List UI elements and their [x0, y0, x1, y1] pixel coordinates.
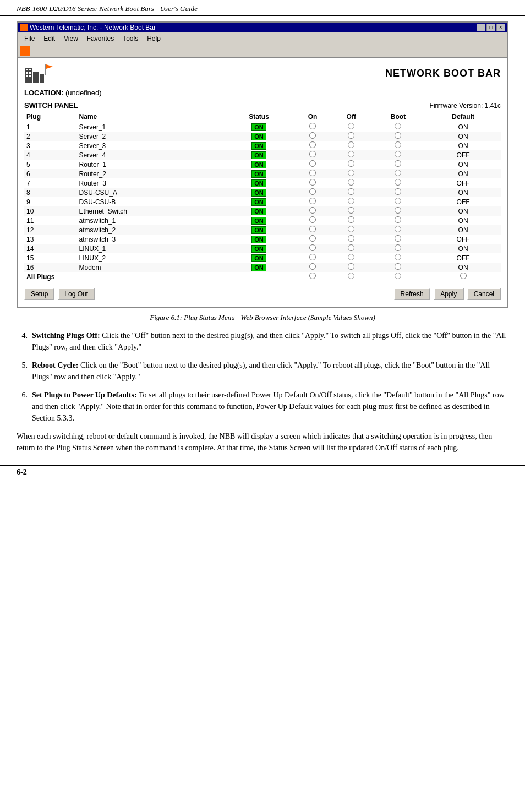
- radio-on[interactable]: [309, 123, 316, 129]
- radio-boot[interactable]: [395, 170, 401, 176]
- cell-off[interactable]: [332, 216, 371, 225]
- cell-boot[interactable]: [371, 132, 425, 141]
- cell-on[interactable]: [293, 169, 331, 178]
- radio-boot[interactable]: [395, 151, 401, 157]
- cell-boot[interactable]: [371, 216, 425, 225]
- cell-boot[interactable]: [371, 169, 425, 178]
- radio-on[interactable]: [309, 263, 316, 270]
- cell-boot[interactable]: [371, 188, 425, 197]
- maximize-button[interactable]: □: [486, 24, 495, 31]
- radio-on[interactable]: [309, 132, 316, 139]
- radio-boot[interactable]: [395, 216, 401, 223]
- cell-on[interactable]: [293, 141, 331, 150]
- radio-boot[interactable]: [395, 179, 401, 186]
- cell-off[interactable]: [332, 160, 371, 169]
- radio-off[interactable]: [348, 151, 354, 157]
- cell-on[interactable]: [293, 178, 331, 188]
- cell-on[interactable]: [293, 216, 331, 225]
- cell-on[interactable]: [293, 160, 331, 169]
- apply-button[interactable]: Apply: [434, 288, 464, 300]
- radio-boot[interactable]: [395, 188, 401, 195]
- cell-on[interactable]: [293, 235, 331, 244]
- radio-on[interactable]: [309, 235, 316, 242]
- all-plugs-default[interactable]: [425, 272, 501, 281]
- all-plugs-off[interactable]: [332, 272, 371, 281]
- radio-off[interactable]: [348, 235, 354, 242]
- cell-off[interactable]: [332, 132, 371, 141]
- cell-on[interactable]: [293, 244, 331, 253]
- log-out-button[interactable]: Log Out: [58, 288, 95, 300]
- cell-off[interactable]: [332, 244, 371, 253]
- radio-on[interactable]: [309, 179, 316, 186]
- all-radio-on[interactable]: [309, 273, 316, 279]
- cell-on[interactable]: [293, 188, 331, 197]
- cell-on[interactable]: [293, 122, 331, 132]
- all-radio-boot[interactable]: [395, 273, 401, 279]
- all-radio-off[interactable]: [348, 273, 354, 279]
- cell-on[interactable]: [293, 132, 331, 141]
- all-plugs-boot[interactable]: [371, 272, 425, 281]
- radio-on[interactable]: [309, 151, 316, 157]
- radio-on[interactable]: [309, 207, 316, 214]
- radio-on[interactable]: [309, 188, 316, 195]
- radio-off[interactable]: [348, 160, 354, 167]
- cell-boot[interactable]: [371, 197, 425, 206]
- radio-off[interactable]: [348, 226, 354, 232]
- radio-off[interactable]: [348, 254, 354, 260]
- radio-off[interactable]: [348, 170, 354, 176]
- cell-on[interactable]: [293, 263, 331, 272]
- radio-off[interactable]: [348, 198, 354, 204]
- cell-off[interactable]: [332, 141, 371, 150]
- cell-boot[interactable]: [371, 206, 425, 216]
- menu-view[interactable]: View: [59, 34, 83, 43]
- radio-boot[interactable]: [395, 132, 401, 139]
- cell-on[interactable]: [293, 206, 331, 216]
- radio-on[interactable]: [309, 141, 316, 148]
- menu-tools[interactable]: Tools: [118, 34, 143, 43]
- cell-boot[interactable]: [371, 141, 425, 150]
- radio-on[interactable]: [309, 254, 316, 260]
- radio-on[interactable]: [309, 160, 316, 167]
- radio-boot[interactable]: [395, 254, 401, 260]
- cell-off[interactable]: [332, 169, 371, 178]
- cell-on[interactable]: [293, 197, 331, 206]
- setup-button[interactable]: Setup: [24, 288, 54, 300]
- radio-off[interactable]: [348, 216, 354, 223]
- menu-favorites[interactable]: Favorites: [83, 34, 118, 43]
- radio-boot[interactable]: [395, 226, 401, 232]
- radio-boot[interactable]: [395, 235, 401, 242]
- cell-boot[interactable]: [371, 235, 425, 244]
- radio-on[interactable]: [309, 216, 316, 223]
- cell-boot[interactable]: [371, 225, 425, 235]
- cell-off[interactable]: [332, 197, 371, 206]
- radio-boot[interactable]: [395, 141, 401, 148]
- cell-boot[interactable]: [371, 150, 425, 160]
- radio-off[interactable]: [348, 123, 354, 129]
- radio-on[interactable]: [309, 226, 316, 232]
- refresh-button[interactable]: Refresh: [394, 288, 430, 300]
- cell-off[interactable]: [332, 178, 371, 188]
- cell-off[interactable]: [332, 188, 371, 197]
- menu-file[interactable]: File: [20, 34, 39, 43]
- radio-off[interactable]: [348, 263, 354, 270]
- radio-off[interactable]: [348, 244, 354, 251]
- radio-boot[interactable]: [395, 244, 401, 251]
- radio-boot[interactable]: [395, 263, 401, 270]
- close-button[interactable]: ×: [496, 24, 505, 31]
- radio-on[interactable]: [309, 244, 316, 251]
- radio-boot[interactable]: [395, 160, 401, 167]
- cancel-button[interactable]: Cancel: [467, 288, 501, 300]
- radio-boot[interactable]: [395, 207, 401, 214]
- radio-off[interactable]: [348, 188, 354, 195]
- radio-boot[interactable]: [395, 123, 401, 129]
- cell-on[interactable]: [293, 150, 331, 160]
- cell-off[interactable]: [332, 122, 371, 132]
- cell-off[interactable]: [332, 253, 371, 263]
- menu-edit[interactable]: Edit: [39, 34, 59, 43]
- cell-on[interactable]: [293, 253, 331, 263]
- radio-off[interactable]: [348, 179, 354, 186]
- all-plugs-on[interactable]: [293, 272, 331, 281]
- radio-off[interactable]: [348, 141, 354, 148]
- cell-off[interactable]: [332, 263, 371, 272]
- cell-boot[interactable]: [371, 160, 425, 169]
